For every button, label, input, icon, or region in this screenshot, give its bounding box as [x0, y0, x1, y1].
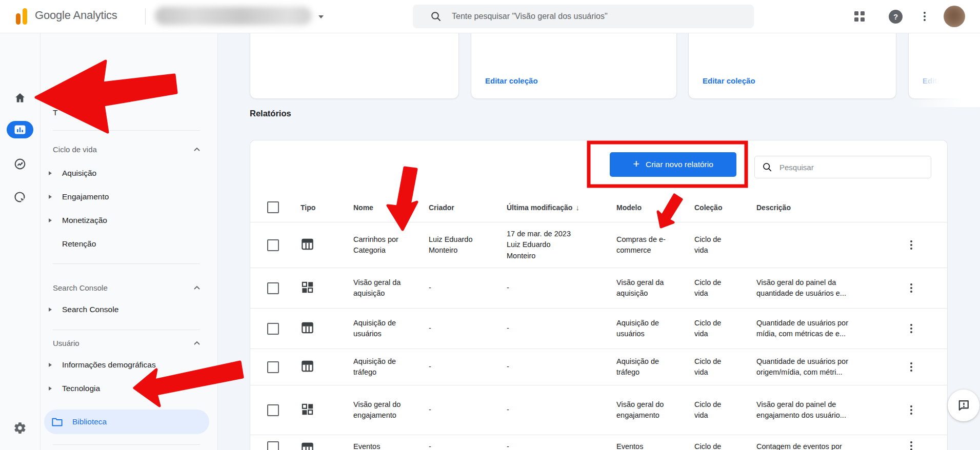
- admin-settings-icon[interactable]: [0, 421, 40, 435]
- sidebar-item-label: Tecnologia: [62, 384, 100, 393]
- left-rail: [0, 33, 41, 450]
- table-row[interactable]: Eventos - - Eventos Ciclo de vida Contag…: [250, 435, 947, 450]
- table-row[interactable]: Carrinhos por Categoria Luiz Eduardo Mon…: [250, 222, 947, 268]
- report-name[interactable]: Aquisição de usuários: [353, 318, 403, 339]
- advertising-icon[interactable]: [0, 191, 40, 204]
- collection-card: Editar coleção: [688, 33, 896, 99]
- sidebar-item-label: Retenção: [62, 239, 96, 249]
- report-collection: Ciclo de vida: [694, 356, 728, 378]
- report-model: Visão geral da aquisição: [616, 277, 668, 299]
- row-checkbox[interactable]: [267, 361, 279, 373]
- row-checkbox[interactable]: [267, 239, 279, 251]
- sidebar-item-reports-snapshot[interactable]: Resumo dos relatórios: [40, 82, 217, 103]
- expand-arrow-icon[interactable]: [49, 308, 52, 312]
- report-name[interactable]: Visão geral da aquisição: [353, 277, 403, 299]
- sidebar-item-label: Informações demográficas: [62, 360, 156, 370]
- product-name: Google Analytics: [35, 9, 117, 22]
- table-header-row: Tipo Nome Criador Última modificação↓ Mo…: [250, 193, 947, 222]
- chevron-up-icon[interactable]: [194, 341, 200, 345]
- reports-icon-active[interactable]: [7, 121, 33, 138]
- table-row[interactable]: Aquisição de tráfego - - Aquisição de tr…: [250, 349, 947, 385]
- explore-icon[interactable]: [0, 157, 40, 171]
- col-criador[interactable]: Criador: [429, 203, 507, 212]
- report-collection: Ciclo de vida: [694, 399, 728, 421]
- table-search[interactable]: [754, 156, 931, 178]
- reports-table: Tipo Nome Criador Última modificação↓ Mo…: [250, 193, 947, 450]
- plus-icon: +: [633, 158, 639, 170]
- col-modelo[interactable]: Modelo: [616, 203, 694, 212]
- chevron-up-icon[interactable]: [194, 285, 200, 290]
- create-report-label: Criar novo relatório: [646, 160, 713, 169]
- sidebar-section-header[interactable]: Ciclo de vida: [40, 139, 217, 159]
- sidebar-section-header[interactable]: Search Console: [40, 277, 217, 298]
- apps-grid-icon[interactable]: [854, 11, 865, 22]
- sidebar-item[interactable]: Monetização: [40, 209, 217, 232]
- avatar[interactable]: [944, 6, 965, 27]
- report-collection: Ciclo de vida: [694, 277, 728, 299]
- expand-arrow-icon[interactable]: [49, 363, 52, 367]
- row-menu-icon[interactable]: [910, 324, 912, 333]
- row-checkbox[interactable]: [267, 404, 279, 416]
- edit-collection-link[interactable]: Editar coleção: [485, 76, 538, 85]
- table-row[interactable]: Visão geral da aquisição - - Visão geral…: [250, 268, 947, 308]
- table-row[interactable]: Visão geral do engajamento - - Visão ger…: [250, 385, 947, 435]
- row-menu-icon[interactable]: [910, 283, 912, 293]
- help-icon[interactable]: ?: [889, 10, 903, 24]
- sidebar-item[interactable]: Tecnologia: [40, 377, 217, 400]
- row-menu-icon[interactable]: [910, 441, 912, 450]
- sidebar-item[interactable]: Informações demográficas: [40, 353, 217, 377]
- sidebar-item[interactable]: Aquisição: [40, 161, 217, 185]
- col-ultima-modificacao[interactable]: Última modificação↓: [507, 203, 616, 212]
- sidebar-divider: [53, 444, 200, 445]
- col-nome[interactable]: Nome: [353, 203, 429, 212]
- sidebar-item-partially-hidden[interactable]: T: [40, 103, 217, 123]
- google-analytics-logo-icon: [11, 7, 30, 26]
- header-divider: [145, 8, 146, 25]
- expand-arrow-icon[interactable]: [49, 171, 52, 175]
- report-name[interactable]: Eventos: [353, 441, 403, 450]
- row-checkbox[interactable]: [267, 441, 279, 450]
- sidebar-item[interactable]: Engajamento: [40, 185, 217, 209]
- create-report-button[interactable]: + Criar novo relatório: [610, 152, 736, 177]
- home-icon[interactable]: [0, 91, 40, 105]
- sidebar-item[interactable]: Search Console: [40, 298, 217, 321]
- row-menu-icon[interactable]: [910, 240, 912, 250]
- reports-sidebar: Resumo dos relatórios T Ciclo de vida Aq…: [40, 33, 218, 450]
- edit-collection-link[interactable]: Editar coleção: [703, 76, 755, 85]
- table-search-input[interactable]: [778, 162, 919, 172]
- col-descricao[interactable]: Descrição: [756, 203, 895, 212]
- row-checkbox[interactable]: [267, 323, 279, 335]
- report-modified-by: Luiz Eduardo Monteiro: [507, 239, 578, 261]
- sidebar-item[interactable]: Retenção: [40, 232, 217, 256]
- search-icon: [762, 162, 772, 172]
- row-checkbox[interactable]: [267, 282, 279, 294]
- report-creator: -: [429, 361, 484, 372]
- account-switcher-blurred[interactable]: [155, 7, 312, 25]
- global-search-input[interactable]: [451, 11, 730, 22]
- global-search[interactable]: [413, 5, 754, 28]
- col-colecao[interactable]: Coleção: [694, 203, 756, 212]
- expand-arrow-icon[interactable]: [49, 195, 52, 199]
- report-name[interactable]: Visão geral do engajamento: [353, 399, 403, 421]
- col-tipo[interactable]: Tipo: [301, 203, 353, 212]
- report-model: Aquisição de tráfego: [616, 356, 668, 378]
- sidebar-section-header[interactable]: Usuário: [40, 333, 217, 353]
- expand-arrow-icon[interactable]: [49, 386, 52, 391]
- main-content: Editar coleção Editar coleção Edita Rela…: [218, 33, 980, 450]
- table-row[interactable]: Aquisição de usuários - - Aquisição de u…: [250, 308, 947, 349]
- report-modified-date: -: [507, 283, 509, 292]
- report-description: Visão geral do painel da quantidade de u…: [756, 277, 867, 299]
- expand-arrow-icon[interactable]: [49, 218, 52, 222]
- row-menu-icon[interactable]: [910, 362, 912, 372]
- sidebar-item-library-selected[interactable]: Biblioteca: [44, 410, 209, 434]
- feedback-chat-button[interactable]: [948, 390, 979, 421]
- overview-report-type-icon: [301, 402, 314, 416]
- account-dropdown-caret-icon[interactable]: [318, 15, 324, 18]
- report-name[interactable]: Aquisição de tráfego: [353, 356, 403, 378]
- chevron-up-icon[interactable]: [194, 147, 200, 151]
- row-menu-icon[interactable]: [910, 405, 912, 415]
- more-options-icon[interactable]: [924, 12, 926, 21]
- report-name[interactable]: Carrinhos por Categoria: [353, 234, 403, 256]
- select-all-checkbox[interactable]: [267, 201, 279, 213]
- sort-descending-icon[interactable]: ↓: [575, 203, 579, 212]
